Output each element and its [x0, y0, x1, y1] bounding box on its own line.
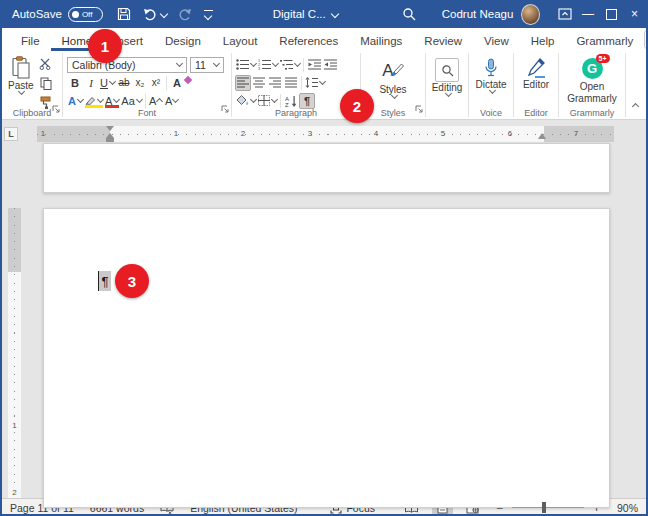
- font-size-combo[interactable]: 11: [190, 57, 224, 73]
- grow-font-button[interactable]: A: [148, 93, 164, 109]
- font-name-combo[interactable]: Calibri (Body): [67, 57, 187, 73]
- clear-formatting-button[interactable]: A: [169, 75, 185, 91]
- autosave-toggle[interactable]: Off: [68, 7, 103, 22]
- tab-grammarly[interactable]: Grammarly: [565, 32, 644, 51]
- left-indent-marker[interactable]: [106, 138, 114, 142]
- undo-dropdown-icon[interactable]: [159, 10, 167, 18]
- paste-button[interactable]: Paste: [8, 56, 34, 110]
- italic-button[interactable]: I: [83, 75, 99, 91]
- sort-z-glyph: Z: [285, 102, 289, 107]
- text-effects-button[interactable]: A: [67, 93, 84, 109]
- document-area: L 1 1 2 3 4 5 6 7 1 2 3 ¶: [2, 120, 646, 498]
- editor-button[interactable]: Editor: [514, 58, 558, 90]
- chevron-down-icon: [97, 96, 104, 103]
- font-color-button[interactable]: A: [104, 93, 120, 109]
- align-left-button[interactable]: [235, 75, 251, 91]
- cut-button[interactable]: [38, 56, 54, 72]
- title-bar: AutoSave Off Digital C... Codrut Neagu: [2, 0, 646, 28]
- superscript-button[interactable]: x²: [148, 75, 164, 91]
- ruler-number: 4: [371, 129, 381, 138]
- strikethrough-button[interactable]: ab: [116, 75, 132, 91]
- tab-layout[interactable]: Layout: [212, 32, 269, 51]
- styles-dialog-launcher[interactable]: [415, 99, 423, 117]
- zoom-slider[interactable]: [512, 507, 584, 508]
- styles-button[interactable]: A Styles: [361, 58, 425, 98]
- tab-review[interactable]: Review: [413, 32, 473, 51]
- share-button[interactable]: [644, 30, 648, 49]
- account-name[interactable]: Codrut Neagu: [442, 8, 514, 20]
- chevron-down-icon: [294, 60, 301, 67]
- shading-button[interactable]: [235, 93, 257, 109]
- save-button[interactable]: [117, 7, 131, 21]
- avatar[interactable]: [521, 4, 540, 25]
- dictate-button[interactable]: Dictate: [469, 58, 513, 93]
- ribbon-display-options-button[interactable]: [558, 8, 572, 20]
- chevron-down-icon: [444, 90, 451, 97]
- line-spacing-button[interactable]: [304, 75, 326, 91]
- search-button[interactable]: [402, 7, 416, 21]
- save-icon: [117, 7, 131, 21]
- customize-quick-access-button[interactable]: [204, 10, 213, 19]
- eraser-icon: [184, 75, 192, 83]
- undo-button[interactable]: [143, 8, 167, 21]
- subscript-button[interactable]: x₂: [132, 75, 148, 91]
- zoom-slider-thumb[interactable]: [542, 502, 546, 513]
- numbering-button[interactable]: 123: [257, 57, 279, 73]
- redo-button[interactable]: [177, 8, 192, 21]
- tab-view[interactable]: View: [473, 32, 520, 51]
- font-group-label: Font: [63, 108, 231, 118]
- multilevel-list-icon: [280, 59, 293, 70]
- document-title[interactable]: Digital C...: [273, 8, 338, 20]
- page-bottom-fragment[interactable]: [43, 143, 610, 193]
- font-dialog-launcher[interactable]: [221, 99, 229, 117]
- shrink-font-button[interactable]: A: [164, 93, 180, 109]
- copy-button[interactable]: [38, 75, 54, 91]
- ruler-number: 3: [305, 129, 315, 138]
- horizontal-ruler[interactable]: 1 1 2 3 4 5 6 7: [37, 126, 614, 142]
- open-grammarly-button[interactable]: G 5+ Open Grammarly: [559, 58, 625, 104]
- tab-references[interactable]: References: [268, 32, 349, 51]
- right-indent-marker[interactable]: [538, 133, 546, 139]
- minimize-button[interactable]: —: [576, 0, 599, 28]
- editing-button[interactable]: Editing: [426, 58, 468, 96]
- microphone-icon: [484, 58, 498, 79]
- clipboard-group: Paste Clipboard: [2, 51, 62, 119]
- align-center-button[interactable]: [251, 75, 267, 91]
- autosave-label: AutoSave: [12, 8, 62, 20]
- tab-help[interactable]: Help: [520, 32, 566, 51]
- tab-design[interactable]: Design: [154, 32, 212, 51]
- borders-button[interactable]: [257, 93, 278, 109]
- clipboard-dialog-launcher[interactable]: [52, 99, 60, 117]
- page[interactable]: [43, 208, 610, 508]
- ruler-number: 1: [38, 129, 48, 138]
- maximize-button[interactable]: [600, 0, 623, 28]
- increase-indent-button[interactable]: [322, 57, 338, 73]
- bold-button[interactable]: B: [67, 75, 83, 91]
- decrease-indent-button[interactable]: [306, 57, 322, 73]
- multilevel-list-button[interactable]: [279, 57, 301, 73]
- autosave-state: Off: [82, 10, 93, 19]
- change-case-button[interactable]: Aa: [120, 93, 142, 109]
- callout-step-3: 3: [115, 264, 149, 298]
- align-right-button[interactable]: [267, 75, 283, 91]
- bullets-button[interactable]: [235, 57, 257, 73]
- collapse-ribbon-button[interactable]: [631, 95, 638, 113]
- vertical-ruler[interactable]: 1 2 3: [8, 208, 21, 498]
- tab-file[interactable]: File: [10, 32, 51, 51]
- tab-stop-selector[interactable]: L: [4, 127, 18, 141]
- first-line-indent-marker[interactable]: [106, 126, 114, 131]
- zoom-level[interactable]: 90%: [610, 502, 638, 514]
- undo-icon: [143, 8, 158, 21]
- close-button[interactable]: ×: [623, 0, 646, 28]
- paragraph-mark-cursor[interactable]: ¶: [98, 271, 111, 291]
- divider: [301, 76, 302, 90]
- tab-mailings[interactable]: Mailings: [349, 32, 413, 51]
- sort-button[interactable]: AZ: [283, 93, 299, 109]
- underline-button[interactable]: U: [99, 75, 116, 91]
- highlight-color-button[interactable]: [84, 93, 104, 109]
- divider: [303, 58, 304, 72]
- justify-button[interactable]: [283, 75, 299, 91]
- chevron-down-icon: [109, 78, 116, 85]
- chevron-down-icon: [176, 60, 183, 67]
- show-hide-formatting-button[interactable]: ¶: [299, 93, 315, 109]
